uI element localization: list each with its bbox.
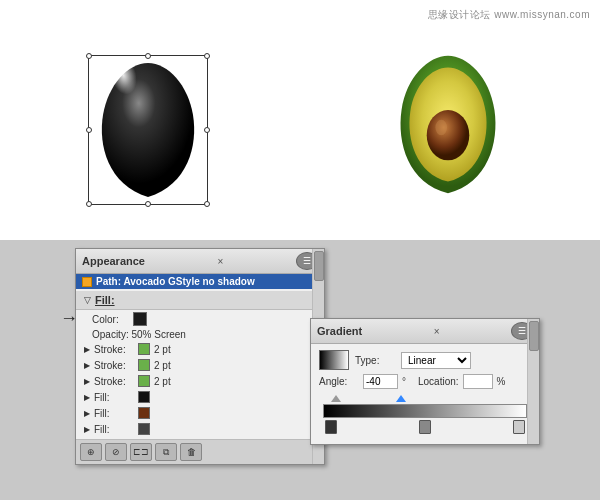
avocado-black-svg (88, 55, 208, 205)
stroke2-expand[interactable]: ▶ (84, 361, 90, 370)
stroke2-swatch[interactable] (138, 359, 150, 371)
gradient-stop-icons (323, 420, 527, 434)
gradient-type-row: Type: Linear Radial (319, 350, 531, 370)
appearance-close-x[interactable]: × (218, 256, 224, 267)
fill3-label: Fill: (94, 424, 134, 435)
fill-header: ▽ Fill: (76, 291, 324, 310)
fill-small-row-1: ▶ Fill: (76, 389, 324, 405)
fill3-expand[interactable]: ▶ (84, 425, 90, 434)
color-swatch[interactable] (133, 312, 147, 326)
panel-content: ▽ Fill: Color: Opacity: 50% Screen ▶ Str… (76, 289, 324, 439)
appearance-panel: Appearance × ☰ Path: Avocado GStyle no s… (75, 248, 325, 465)
appearance-scrollbar-thumb[interactable] (314, 251, 324, 281)
fill1-expand[interactable]: ▶ (84, 393, 90, 402)
location-label: Location: (418, 376, 459, 387)
appearance-title-bar: Appearance × ☰ (76, 249, 324, 274)
menu-lines: ☰ (303, 256, 311, 266)
gradient-stop-2[interactable] (396, 395, 406, 402)
fill-label: Fill: (95, 294, 115, 306)
duplicate-item-btn[interactable]: ⧉ (155, 443, 177, 461)
fill-small-row-2: ▶ Fill: (76, 405, 324, 421)
panel-bottom-bar: ⊕ ⊘ ⊏⊐ ⧉ 🗑 (76, 439, 324, 464)
stroke1-swatch[interactable] (138, 343, 150, 355)
opacity-row: Opacity: 50% Screen (76, 328, 324, 341)
reduce-btn[interactable]: ⊏⊐ (130, 443, 152, 461)
avocado-black-container (88, 55, 208, 205)
stroke1-expand[interactable]: ▶ (84, 345, 90, 354)
stroke2-size: 2 pt (154, 360, 171, 371)
gradient-bar[interactable] (323, 404, 527, 418)
fill3-swatch[interactable] (138, 423, 150, 435)
fill1-label: Fill: (94, 392, 134, 403)
path-row: Path: Avocado GStyle no shadow (76, 274, 324, 289)
path-color-indicator (82, 277, 92, 287)
fill-expand-icon[interactable]: ▽ (84, 295, 91, 305)
gradient-panel: Gradient × ☰ Type: Linear Radial Angle: … (310, 318, 540, 445)
stroke3-swatch[interactable] (138, 375, 150, 387)
path-label: Path: Avocado GStyle no shadow (96, 276, 255, 287)
add-new-effect-btn[interactable]: ⊕ (80, 443, 102, 461)
fill2-expand[interactable]: ▶ (84, 409, 90, 418)
stroke3-expand[interactable]: ▶ (84, 377, 90, 386)
stroke3-size: 2 pt (154, 376, 171, 387)
appearance-title: Appearance (82, 255, 145, 267)
gradient-stop-icon-2[interactable] (419, 420, 431, 434)
gradient-stop-1[interactable] (331, 395, 341, 402)
gradient-slider-area (319, 395, 531, 434)
gradient-type-select[interactable]: Linear Radial (401, 352, 471, 369)
watermark: 思缘设计论坛 www.missynan.com (428, 8, 590, 22)
color-label: Color: (92, 314, 127, 325)
gradient-stop-icon-1[interactable] (325, 420, 337, 434)
location-input[interactable] (463, 374, 493, 389)
gradient-type-label: Type: (355, 355, 395, 366)
gradient-angle-row: Angle: ° Location: % (319, 374, 531, 389)
degree-symbol: ° (402, 376, 406, 387)
stroke-row-1: ▶ Stroke: 2 pt (76, 341, 324, 357)
fill1-swatch[interactable] (138, 391, 150, 403)
angle-label: Angle: (319, 376, 359, 387)
fill2-swatch[interactable] (138, 407, 150, 419)
svg-point-1 (426, 110, 469, 160)
gradient-scrollbar[interactable] (527, 319, 539, 444)
canvas-area: 思缘设计论坛 www.missynan.com (0, 0, 600, 240)
avocado-colored-container (383, 50, 513, 200)
delete-item-btn[interactable]: 🗑 (180, 443, 202, 461)
gradient-menu-lines: ☰ (518, 326, 526, 336)
fill2-label: Fill: (94, 408, 134, 419)
gradient-title: Gradient (317, 325, 362, 337)
gradient-title-bar: Gradient × ☰ (311, 319, 539, 344)
stroke3-label: Stroke: (94, 376, 134, 387)
stroke1-size: 2 pt (154, 344, 171, 355)
stroke1-label: Stroke: (94, 344, 134, 355)
gradient-scrollbar-thumb[interactable] (529, 321, 539, 351)
percent-symbol: % (497, 376, 506, 387)
fill-small-row-3: ▶ Fill: (76, 421, 324, 437)
svg-point-2 (435, 120, 447, 135)
stroke-row-3: ▶ Stroke: 2 pt (76, 373, 324, 389)
opacity-text: Opacity: 50% Screen (92, 329, 186, 340)
avocado-colored-svg (383, 50, 513, 200)
angle-input[interactable] (363, 374, 398, 389)
gradient-stop-icon-3[interactable] (513, 420, 525, 434)
clear-appearance-btn[interactable]: ⊘ (105, 443, 127, 461)
gradient-preview (319, 350, 349, 370)
stroke2-label: Stroke: (94, 360, 134, 371)
gradient-close-x[interactable]: × (434, 326, 440, 337)
stroke-row-2: ▶ Stroke: 2 pt (76, 357, 324, 373)
gradient-content: Type: Linear Radial Angle: ° Location: % (311, 344, 539, 444)
color-row: Color: (76, 310, 324, 328)
